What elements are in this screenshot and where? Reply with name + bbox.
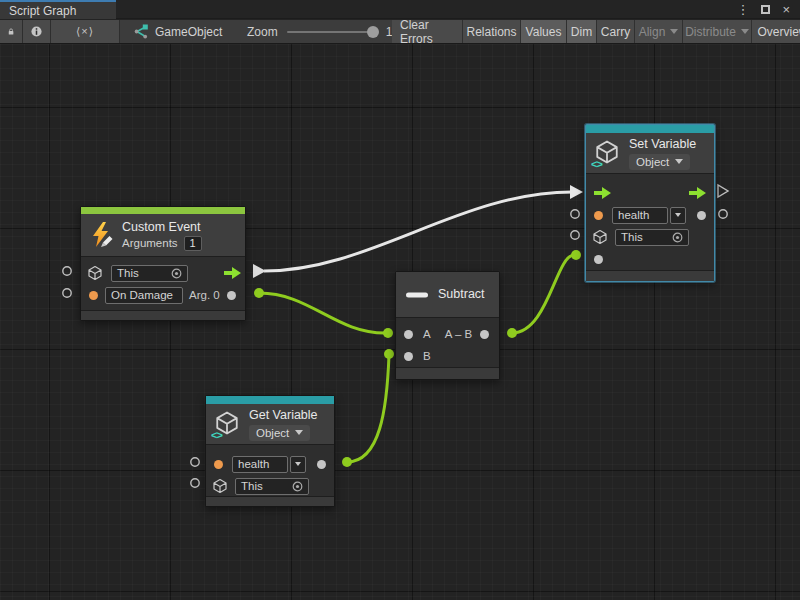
close-icon[interactable]: ×: [782, 3, 790, 16]
flow-out-port[interactable]: [689, 187, 706, 199]
arguments-input[interactable]: 1: [184, 236, 202, 251]
lock-icon: [8, 25, 14, 38]
chevron-down-icon: [670, 29, 678, 34]
ext-port-circle[interactable]: [63, 289, 71, 297]
node-set-variable[interactable]: <> Set Variable Object: [585, 124, 715, 282]
ext-port-circle[interactable]: [571, 231, 579, 239]
variable-scope-dropdown[interactable]: Object: [629, 154, 690, 170]
target-picker-icon[interactable]: [672, 232, 683, 243]
custom-event-icon: [89, 222, 115, 248]
input-b-label: B: [423, 350, 431, 362]
overview-button[interactable]: Overview: [752, 20, 800, 43]
zoom-control: Zoom 1x: [247, 20, 398, 43]
input-a-label: A: [423, 328, 431, 340]
node-footer: [206, 496, 334, 506]
value-out-port[interactable]: [697, 211, 706, 220]
graph-context-label: GameObject: [155, 25, 222, 39]
wire-result-to-value[interactable]: [512, 255, 574, 333]
tab-title: Script Graph: [9, 4, 76, 18]
target-picker-icon[interactable]: [171, 268, 182, 279]
window-controls: ⋮ ×: [736, 0, 800, 18]
ext-port-circle[interactable]: [191, 458, 199, 466]
info-icon: [31, 25, 42, 38]
wire-endpoint: [571, 250, 581, 260]
wire-endpoint: [383, 328, 393, 338]
target-field[interactable]: This: [111, 265, 188, 282]
wire-endpoint: [507, 328, 517, 338]
input-a-port[interactable]: [404, 330, 413, 339]
zoom-slider[interactable]: [287, 31, 377, 33]
graph-context[interactable]: GameObject: [132, 20, 222, 43]
wire-health-to-b[interactable]: [347, 355, 389, 462]
value-in-port[interactable]: [594, 255, 603, 264]
variable-name-port[interactable]: [594, 211, 603, 220]
node-subtract[interactable]: Subtract A A – B B: [395, 271, 500, 380]
ext-port-circle[interactable]: [191, 479, 199, 487]
result-out-port[interactable]: [480, 330, 489, 339]
flow-out-port[interactable]: [224, 267, 241, 279]
arguments-label: Arguments: [122, 237, 178, 249]
variable-name-field[interactable]: health: [612, 207, 668, 224]
variable-name-port[interactable]: [214, 460, 223, 469]
ext-port-circle[interactable]: [719, 210, 727, 218]
code-brackets-icon: <>: [591, 158, 602, 170]
node-title: Subtract: [438, 287, 485, 302]
zoom-slider-handle[interactable]: [367, 26, 379, 38]
arg0-out-port[interactable]: [227, 291, 236, 300]
zoom-label: Zoom: [247, 25, 278, 39]
wire-arg0-to-a[interactable]: [259, 293, 385, 333]
variable-name-field[interactable]: health: [232, 456, 288, 473]
ext-port-circle[interactable]: [571, 210, 579, 218]
toolbar-left-group: ⟨×⟩: [0, 20, 120, 43]
target-picker-icon[interactable]: [292, 481, 303, 492]
trigger-out-port[interactable]: [253, 264, 266, 278]
variable-name-dropdown[interactable]: [290, 456, 306, 473]
graph-canvas[interactable]: Custom Event Arguments 1 This: [0, 44, 800, 600]
graph-toolbar: ⟨×⟩ GameObject Zoom 1x Clear Errors Rela…: [0, 20, 800, 44]
lock-button[interactable]: [0, 20, 23, 43]
variable-scope-dropdown[interactable]: Object: [249, 425, 310, 441]
wire-endpoint: [384, 349, 394, 359]
values-toggle[interactable]: Values: [521, 20, 567, 43]
edit-graph-button[interactable]: ⟨×⟩: [51, 20, 120, 43]
node-custom-event[interactable]: Custom Event Arguments 1 This: [80, 206, 246, 321]
variable-accent-bar: [586, 125, 714, 133]
node-title: Get Variable: [249, 408, 318, 423]
align-dropdown[interactable]: Align: [635, 20, 683, 43]
value-out-port[interactable]: [317, 460, 326, 469]
code-brackets-icon: <>: [211, 429, 222, 441]
variable-accent-bar: [206, 396, 334, 404]
dim-toggle[interactable]: Dim: [567, 20, 597, 43]
kebab-menu-icon[interactable]: ⋮: [736, 3, 749, 16]
wire-endpoint: [254, 288, 264, 298]
flow-in-port[interactable]: [594, 187, 611, 199]
cube-icon: [592, 229, 608, 245]
input-b-port[interactable]: [404, 352, 413, 361]
distribute-dropdown[interactable]: Distribute: [683, 20, 752, 43]
ext-trigger-triangle[interactable]: [718, 185, 728, 197]
chevron-down-icon: [675, 159, 683, 164]
maximize-icon[interactable]: [761, 5, 770, 14]
event-name-field[interactable]: On Damage: [105, 287, 183, 304]
carry-toggle[interactable]: Carry: [597, 20, 635, 43]
cube-icon: [212, 478, 228, 494]
relations-toggle[interactable]: Relations: [463, 20, 521, 43]
tab-script-graph[interactable]: Script Graph: [0, 0, 116, 19]
info-button[interactable]: [23, 20, 51, 43]
arg0-label: Arg. 0: [189, 289, 220, 301]
ext-port-circle[interactable]: [63, 267, 71, 275]
target-field[interactable]: This: [235, 478, 309, 495]
chevron-down-icon: [295, 462, 301, 466]
cube-icon: [87, 265, 103, 281]
variable-cube-icon: <>: [594, 139, 622, 167]
node-get-variable[interactable]: <> Get Variable Object health: [205, 395, 335, 507]
wire-trigger[interactable]: [264, 192, 572, 271]
variable-name-dropdown[interactable]: [670, 207, 686, 224]
event-port[interactable]: [89, 291, 98, 300]
variable-cube-icon: <>: [214, 410, 242, 438]
clear-errors-button[interactable]: Clear Errors: [392, 20, 463, 43]
node-footer: [586, 270, 714, 281]
wire-arrowhead-icon: [570, 185, 583, 199]
tab-bar: Script Graph ⋮ ×: [0, 0, 800, 19]
target-field[interactable]: This: [615, 229, 689, 246]
